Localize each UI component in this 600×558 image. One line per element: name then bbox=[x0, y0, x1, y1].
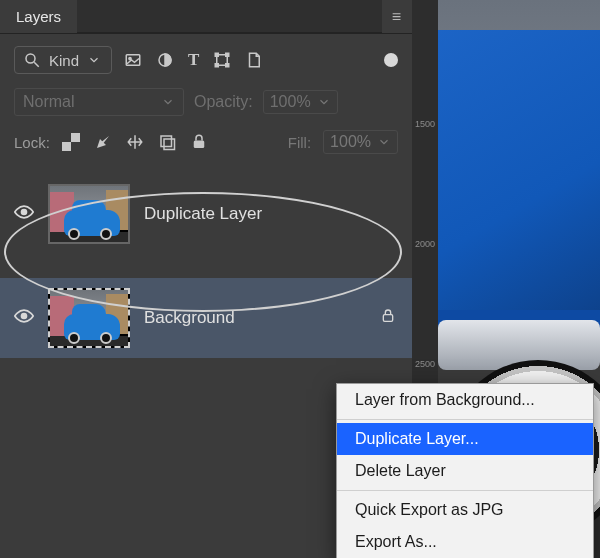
svg-rect-9 bbox=[226, 64, 229, 67]
layer-thumbnail[interactable] bbox=[48, 288, 130, 348]
svg-rect-13 bbox=[161, 136, 172, 147]
filter-kind-label: Kind bbox=[49, 52, 79, 69]
visibility-toggle[interactable] bbox=[14, 309, 34, 327]
lock-pixels-icon[interactable] bbox=[94, 133, 112, 151]
layer-name-label[interactable]: Duplicate Layer bbox=[144, 204, 262, 224]
layer-name-label[interactable]: Background bbox=[144, 308, 235, 328]
ruler-tick-label: 1500 bbox=[415, 120, 435, 128]
filter-shape-icon[interactable] bbox=[213, 51, 231, 69]
fill-value: 100% bbox=[330, 133, 371, 151]
chevron-down-icon bbox=[87, 53, 101, 67]
blend-mode-value: Normal bbox=[23, 93, 75, 111]
panel-menu-icon[interactable]: ≡ bbox=[382, 8, 412, 26]
layer-row-background[interactable]: Background bbox=[0, 278, 412, 358]
lock-transparency-icon[interactable] bbox=[62, 133, 80, 151]
filter-toggle-switch[interactable] bbox=[384, 53, 398, 67]
chevron-down-icon bbox=[317, 95, 331, 109]
layer-row-duplicate[interactable]: Duplicate Layer bbox=[0, 174, 412, 254]
layer-list: Duplicate Layer Background bbox=[0, 174, 412, 358]
svg-rect-15 bbox=[194, 141, 205, 149]
lock-label: Lock: bbox=[14, 134, 50, 151]
fill-label: Fill: bbox=[288, 134, 311, 151]
svg-point-16 bbox=[22, 210, 27, 215]
menu-item-layer-from-background[interactable]: Layer from Background... bbox=[337, 384, 593, 416]
menu-separator bbox=[337, 419, 593, 420]
layer-thumbnail[interactable] bbox=[48, 184, 130, 244]
opacity-input[interactable]: 100% bbox=[263, 90, 338, 114]
lock-artboard-icon[interactable] bbox=[158, 133, 176, 151]
svg-point-3 bbox=[129, 57, 131, 59]
menu-item-delete-layer[interactable]: Delete Layer bbox=[337, 455, 593, 487]
filter-kind-select[interactable]: Kind bbox=[14, 46, 112, 74]
ruler-tick-label: 2500 bbox=[415, 360, 435, 368]
svg-point-17 bbox=[22, 314, 27, 319]
filter-adjustment-icon[interactable] bbox=[156, 51, 174, 69]
menu-item-export-as[interactable]: Export As... bbox=[337, 526, 593, 558]
menu-separator bbox=[337, 490, 593, 491]
opacity-label: Opacity: bbox=[194, 93, 253, 111]
filter-type-icon[interactable]: T bbox=[188, 51, 199, 69]
opacity-value: 100% bbox=[270, 93, 311, 111]
svg-rect-7 bbox=[226, 53, 229, 56]
lock-position-icon[interactable] bbox=[126, 133, 144, 151]
svg-rect-8 bbox=[216, 64, 219, 67]
lock-fill-bar: Lock: Fill: 100% bbox=[0, 126, 412, 166]
svg-point-0 bbox=[26, 54, 35, 63]
ruler-tick-label: 2000 bbox=[415, 240, 435, 248]
panel-tab-bar: Layers ≡ bbox=[0, 0, 412, 34]
filter-smartobject-icon[interactable] bbox=[245, 51, 263, 69]
blend-mode-select[interactable]: Normal bbox=[14, 88, 184, 116]
menu-item-quick-export[interactable]: Quick Export as JPG bbox=[337, 494, 593, 526]
layer-filter-bar: Kind T bbox=[0, 34, 412, 82]
blend-opacity-bar: Normal Opacity: 100% bbox=[0, 82, 412, 126]
search-icon bbox=[23, 51, 41, 69]
chevron-down-icon bbox=[161, 95, 175, 109]
layers-tab[interactable]: Layers bbox=[0, 0, 77, 33]
chevron-down-icon bbox=[377, 135, 391, 149]
svg-rect-14 bbox=[164, 139, 175, 150]
svg-rect-6 bbox=[216, 53, 219, 56]
fill-input[interactable]: 100% bbox=[323, 130, 398, 154]
svg-rect-18 bbox=[383, 315, 392, 322]
filter-pixel-icon[interactable] bbox=[124, 51, 142, 69]
menu-item-duplicate-layer[interactable]: Duplicate Layer... bbox=[337, 423, 593, 455]
visibility-toggle[interactable] bbox=[14, 205, 34, 223]
svg-rect-11 bbox=[62, 133, 71, 142]
lock-all-icon[interactable] bbox=[190, 133, 208, 151]
svg-line-1 bbox=[34, 62, 39, 67]
layer-lock-icon[interactable] bbox=[378, 308, 398, 328]
layer-context-menu: Layer from Background... Duplicate Layer… bbox=[336, 383, 594, 558]
svg-rect-12 bbox=[71, 142, 80, 151]
